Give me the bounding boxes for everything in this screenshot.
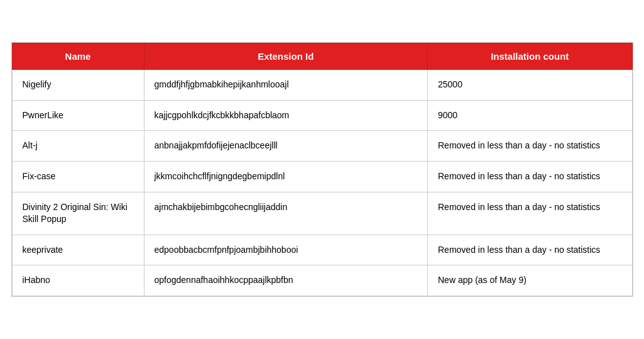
- cell-name: Nigelify: [12, 70, 144, 101]
- table-row: Alt-j anbnajjakpmfdofijejenaclbceejlll R…: [12, 131, 632, 162]
- table-row: Divinity 2 Original Sin: Wiki Skill Popu…: [12, 192, 632, 235]
- table-row: PwnerLike kajjcgpohlkdcjfkcbkkbhapafcbla…: [12, 100, 632, 131]
- cell-installation-count: 9000: [428, 100, 633, 131]
- cell-extension-id: jkkmcoihchcflfjnigngdegbemipdlnl: [144, 161, 428, 192]
- cell-extension-id: ajmchakbijebimbgcohecngliijaddin: [144, 192, 428, 235]
- table-row: Fix-case jkkmcoihchcflfjnigngdegbemipdln…: [12, 161, 632, 192]
- cell-extension-id: edpoobbacbcmfpnfpjoambjbihhobooi: [144, 235, 428, 265]
- main-table-container: Name Extension Id Installation count Nig…: [11, 42, 633, 297]
- header-extension-id: Extension Id: [144, 43, 428, 70]
- cell-installation-count: Removed in less than a day - no statisti…: [428, 192, 633, 235]
- cell-extension-id: opfogdennafhaoihhkocppaajlkpbfbn: [144, 265, 428, 296]
- header-name: Name: [12, 43, 144, 70]
- table-row: keeprivate edpoobbacbcmfpnfpjoambjbihhob…: [12, 235, 632, 265]
- cell-installation-count: Removed in less than a day - no statisti…: [428, 131, 633, 162]
- table-header: Name Extension Id Installation count: [12, 43, 632, 70]
- table-row: iHabno opfogdennafhaoihhkocppaajlkpbfbn …: [12, 265, 632, 296]
- table-row: Nigelify gmddfjhfjgbmabkihepijkanhmlooaj…: [12, 70, 632, 101]
- table-body: Nigelify gmddfjhfjgbmabkihepijkanhmlooaj…: [12, 70, 632, 296]
- cell-installation-count: 25000: [428, 70, 633, 101]
- cell-name: iHabno: [12, 265, 144, 296]
- cell-installation-count: Removed in less than a day - no statisti…: [428, 161, 633, 192]
- header-row: Name Extension Id Installation count: [12, 43, 632, 70]
- cell-extension-id: kajjcgpohlkdcjfkcbkkbhapafcblaom: [144, 100, 428, 131]
- cell-name: Divinity 2 Original Sin: Wiki Skill Popu…: [12, 192, 144, 235]
- cell-installation-count: New app (as of May 9): [428, 265, 633, 296]
- cell-extension-id: anbnajjakpmfdofijejenaclbceejlll: [144, 131, 428, 162]
- header-installation-count: Installation count: [428, 43, 633, 70]
- cell-extension-id: gmddfjhfjgbmabkihepijkanhmlooajl: [144, 70, 428, 101]
- cell-installation-count: Removed in less than a day - no statisti…: [428, 235, 633, 265]
- cell-name: PwnerLike: [12, 100, 144, 131]
- extensions-table: Name Extension Id Installation count Nig…: [12, 43, 633, 296]
- cell-name: Alt-j: [12, 131, 144, 162]
- cell-name: keeprivate: [12, 235, 144, 265]
- cell-name: Fix-case: [12, 161, 144, 192]
